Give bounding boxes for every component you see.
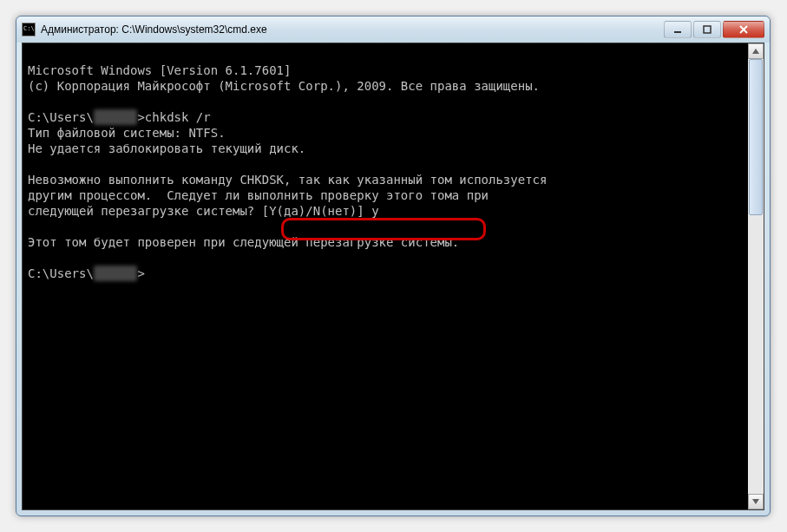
terminal-area[interactable]: Microsoft Windows [Version 6.1.7601] (c)… xyxy=(22,43,764,510)
scroll-down-button[interactable] xyxy=(748,494,764,509)
terminal-output: Microsoft Windows [Version 6.1.7601] (c)… xyxy=(28,47,758,297)
yn-prompt: [Y(да)/N(нет)] y xyxy=(262,204,379,218)
minimize-button[interactable] xyxy=(664,21,692,38)
cmd-window: Администратор: C:\Windows\system32\cmd.e… xyxy=(16,16,771,516)
prompt-path-2: C:\Users\ xyxy=(28,266,94,280)
chkdsk-msg-1: Невозможно выполнить команду CHKDSK, так… xyxy=(28,173,547,187)
scroll-thumb[interactable] xyxy=(749,59,763,215)
scroll-track[interactable] xyxy=(748,59,764,494)
version-line: Microsoft Windows [Version 6.1.7601] xyxy=(28,63,291,77)
vertical-scrollbar[interactable] xyxy=(748,43,764,509)
prompt-cursor: > xyxy=(137,266,144,280)
command-chkdsk: >chkdsk /r xyxy=(137,110,210,124)
window-title: Администратор: C:\Windows\system32\cmd.e… xyxy=(41,23,664,36)
svg-rect-0 xyxy=(674,31,681,33)
username-redacted: ██████ xyxy=(94,109,138,125)
minimize-icon xyxy=(673,25,682,34)
close-button[interactable] xyxy=(723,21,764,38)
chevron-down-icon xyxy=(752,499,759,504)
chevron-up-icon xyxy=(752,49,759,54)
maximize-button[interactable] xyxy=(693,21,721,38)
window-controls xyxy=(664,21,764,38)
cmd-icon xyxy=(22,23,36,36)
titlebar[interactable]: Администратор: C:\Windows\system32\cmd.e… xyxy=(16,16,770,43)
copyright-line: (c) Корпорация Майкрософт (Microsoft Cor… xyxy=(28,79,540,93)
scroll-up-button[interactable] xyxy=(748,43,764,59)
lock-fail-line: Не удается заблокировать текущий диск. xyxy=(28,141,305,155)
fs-type-line: Тип файловой системы: NTFS. xyxy=(28,126,226,140)
chkdsk-msg-3: следующей перезагрузке системы? xyxy=(28,204,262,218)
close-icon xyxy=(738,25,749,34)
prompt-path: C:\Users\ xyxy=(28,110,94,124)
schedule-confirm: Этот том будет проверен при следующей пе… xyxy=(28,235,459,249)
svg-marker-5 xyxy=(752,499,759,504)
maximize-icon xyxy=(703,25,712,34)
svg-rect-1 xyxy=(704,26,711,33)
username-redacted-2: ██████ xyxy=(94,266,138,281)
svg-marker-4 xyxy=(752,49,759,54)
chkdsk-msg-2: другим процессом. Следует ли выполнить п… xyxy=(28,188,489,202)
